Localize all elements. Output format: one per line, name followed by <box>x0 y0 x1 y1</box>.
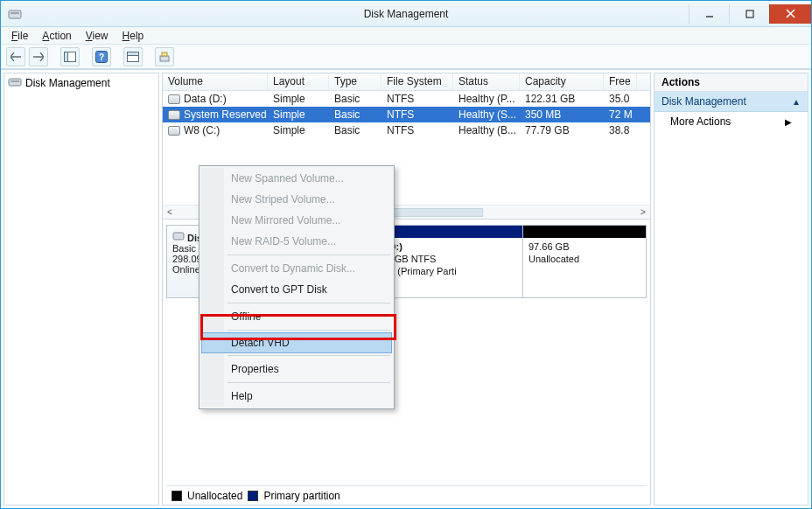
volume-list-header[interactable]: Volume Layout Type File System Status Ca… <box>163 73 650 91</box>
context-menu-separator <box>228 355 390 356</box>
col-type[interactable]: Type <box>329 73 382 90</box>
col-layout[interactable]: Layout <box>268 73 329 90</box>
legend-label: Unallocated <box>187 490 242 502</box>
context-menu-separator <box>228 382 390 383</box>
context-menu-separator <box>228 303 390 303</box>
scroll-left-icon[interactable]: < <box>163 207 177 217</box>
actions-header: Actions <box>654 73 808 92</box>
context-menu: New Spanned Volume... New Striped Volume… <box>199 165 395 409</box>
svg-rect-15 <box>10 80 19 82</box>
volume-row[interactable]: W8 (C:) Simple Basic NTFS Healthy (B... … <box>163 122 650 138</box>
legend-swatch-primary <box>248 491 258 501</box>
volume-icon <box>168 94 180 104</box>
legend-label: Primary partition <box>263 490 340 502</box>
maximize-button[interactable] <box>729 4 769 24</box>
actions-pane: Actions Disk Management ▲ More Actions ▶ <box>654 73 808 506</box>
app-icon <box>8 7 22 21</box>
svg-rect-1 <box>10 12 19 14</box>
svg-rect-11 <box>128 52 139 55</box>
svg-rect-16 <box>173 233 184 240</box>
ctx-new-mirrored-volume: New Mirrored Volume... <box>201 210 392 231</box>
settings-button[interactable] <box>155 47 174 66</box>
context-menu-separator <box>228 254 390 255</box>
ctx-detach-vhd[interactable]: Detach VHD <box>201 332 392 353</box>
ctx-convert-dynamic: Convert to Dynamic Disk... <box>201 258 392 279</box>
chevron-right-icon: ▶ <box>785 117 792 127</box>
scroll-right-icon[interactable]: > <box>636 207 650 217</box>
console-tree[interactable]: Disk Management <box>4 73 159 506</box>
menu-action[interactable]: Action <box>35 30 78 42</box>
partition-unallocated[interactable]: 97.66 GB Unallocated <box>522 226 646 297</box>
svg-rect-12 <box>160 56 169 61</box>
partition-capacity: 97.66 GB <box>528 241 569 252</box>
svg-rect-7 <box>65 52 68 61</box>
toolbar: ? <box>1 45 811 69</box>
collapse-icon[interactable]: ▲ <box>792 97 801 107</box>
menu-help[interactable]: Help <box>116 30 151 42</box>
col-status[interactable]: Status <box>453 73 520 90</box>
volume-icon <box>168 126 180 136</box>
close-button[interactable] <box>769 4 811 24</box>
actions-more-actions[interactable]: More Actions ▶ <box>654 112 808 131</box>
context-menu-separator <box>228 330 390 331</box>
title-bar: Disk Management <box>1 1 811 27</box>
disk-kind: Basic <box>172 243 196 254</box>
volume-row[interactable]: Data (D:) Simple Basic NTFS Healthy (P..… <box>163 91 650 107</box>
back-button[interactable] <box>6 47 25 66</box>
partition-stripe <box>523 226 646 238</box>
legend: Unallocated Primary partition <box>166 485 647 505</box>
ctx-offline[interactable]: Offline <box>201 306 392 327</box>
svg-text:?: ? <box>99 52 104 62</box>
forward-button[interactable] <box>29 47 48 66</box>
col-volume[interactable]: Volume <box>163 73 268 90</box>
disk-management-icon <box>8 75 22 90</box>
ctx-help[interactable]: Help <box>201 386 392 407</box>
partition-status: Unallocated <box>528 254 579 264</box>
svg-rect-13 <box>162 52 167 56</box>
disk-icon <box>172 233 185 243</box>
disk-state: Online <box>172 264 200 275</box>
ctx-new-spanned-volume: New Spanned Volume... <box>201 168 392 189</box>
legend-swatch-unallocated <box>172 491 182 501</box>
minimize-button[interactable] <box>689 4 729 24</box>
volume-row-selected[interactable]: System Reserved Simple Basic NTFS Health… <box>163 107 650 122</box>
menu-file[interactable]: File <box>4 30 35 42</box>
menu-view[interactable]: View <box>79 30 116 42</box>
tree-node-label: Disk Management <box>25 77 110 89</box>
col-capacity[interactable]: Capacity <box>520 73 604 90</box>
actions-section-disk-management[interactable]: Disk Management ▲ <box>654 92 808 112</box>
show-hide-tree-button[interactable] <box>60 47 80 66</box>
ctx-new-raid5-volume: New RAID-5 Volume... <box>201 231 392 252</box>
col-free[interactable]: Free <box>604 73 637 90</box>
ctx-convert-gpt[interactable]: Convert to GPT Disk <box>201 279 392 300</box>
ctx-new-striped-volume: New Striped Volume... <box>201 189 392 210</box>
volume-icon <box>168 110 180 120</box>
tree-node-disk-management[interactable]: Disk Management <box>4 73 158 92</box>
ctx-properties[interactable]: Properties <box>201 359 392 380</box>
menu-bar: File Action View Help <box>1 27 811 45</box>
svg-rect-0 <box>9 10 21 18</box>
svg-rect-3 <box>746 10 753 17</box>
view-top-button[interactable] <box>123 47 143 66</box>
col-filesystem[interactable]: File System <box>382 73 453 90</box>
help-button[interactable]: ? <box>92 47 111 66</box>
